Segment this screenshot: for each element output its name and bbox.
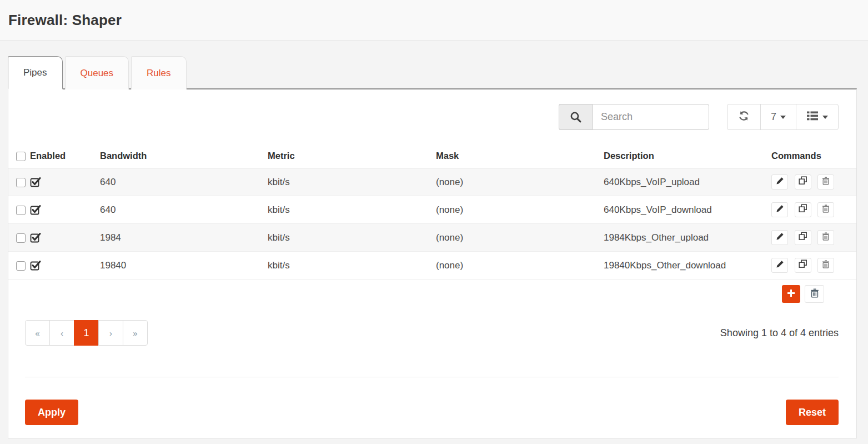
checked-checkbox-icon bbox=[30, 176, 42, 187]
header-metric: Metric bbox=[268, 144, 436, 168]
page-size-dropdown[interactable]: 7 bbox=[760, 104, 796, 129]
edit-button[interactable] bbox=[771, 202, 788, 217]
row-select-checkbox[interactable] bbox=[16, 206, 26, 215]
caret-down-icon bbox=[822, 116, 828, 119]
page-title: Firewall: Shaper bbox=[8, 12, 122, 29]
header-bandwidth: Bandwidth bbox=[100, 144, 268, 168]
tab-queues[interactable]: Queues bbox=[65, 56, 129, 89]
clone-button[interactable] bbox=[795, 258, 811, 273]
description-cell: 1984Kbps_Other_upload bbox=[604, 224, 771, 252]
tab-pipes[interactable]: Pipes bbox=[8, 56, 63, 89]
row-select-checkbox[interactable] bbox=[16, 261, 26, 271]
footer-actions: Apply Reset bbox=[8, 377, 856, 425]
table-body: 640 kbit/s (none) 640Kbps_VoIP_upload bbox=[8, 168, 856, 280]
page-last-button[interactable]: » bbox=[123, 320, 148, 346]
toolbar: 7 bbox=[8, 89, 856, 130]
clone-button[interactable] bbox=[795, 202, 811, 217]
pagination: « ‹ 1 › » bbox=[25, 320, 148, 346]
trash-icon bbox=[810, 288, 819, 300]
delete-button[interactable] bbox=[817, 230, 834, 245]
metric-cell: kbit/s bbox=[268, 196, 436, 224]
edit-pencil-icon bbox=[776, 232, 784, 243]
metric-cell: kbit/s bbox=[268, 224, 436, 252]
add-button[interactable] bbox=[782, 285, 800, 303]
metric-cell: kbit/s bbox=[268, 168, 436, 196]
bandwidth-cell: 640 bbox=[100, 196, 268, 224]
clone-button[interactable] bbox=[795, 174, 811, 189]
clone-icon bbox=[799, 232, 807, 243]
table-row[interactable]: 19840 kbit/s (none) 19840Kbps_Other_down… bbox=[8, 252, 856, 280]
search-input[interactable] bbox=[592, 104, 709, 130]
refresh-icon bbox=[737, 109, 750, 125]
header-commands: Commands bbox=[771, 144, 856, 168]
tab-rules[interactable]: Rules bbox=[131, 56, 186, 89]
page-1-button[interactable]: 1 bbox=[74, 320, 99, 346]
page-size-value: 7 bbox=[771, 111, 776, 123]
reset-button[interactable]: Reset bbox=[786, 400, 839, 425]
add-row bbox=[8, 280, 856, 303]
tab-bar: Pipes Queues Rules bbox=[8, 56, 857, 88]
refresh-button[interactable] bbox=[727, 104, 760, 129]
mask-cell: (none) bbox=[436, 224, 604, 252]
edit-pencil-icon bbox=[776, 177, 784, 188]
page-next-button[interactable]: › bbox=[98, 320, 123, 346]
header-enabled: Enabled bbox=[30, 144, 100, 168]
search-icon bbox=[559, 104, 592, 130]
description-cell: 640Kbps_VoIP_download bbox=[604, 196, 771, 224]
delete-button[interactable] bbox=[817, 174, 834, 189]
trash-icon bbox=[822, 177, 830, 188]
row-select-checkbox[interactable] bbox=[16, 178, 26, 187]
page-first-button[interactable]: « bbox=[25, 320, 50, 346]
trash-icon bbox=[822, 204, 830, 216]
column-selector-dropdown[interactable] bbox=[796, 104, 838, 129]
header-mask: Mask bbox=[436, 144, 604, 168]
row-select-checkbox[interactable] bbox=[16, 233, 26, 243]
table-header-row: Enabled Bandwidth Metric Mask Descriptio… bbox=[8, 144, 856, 168]
edit-pencil-icon bbox=[776, 260, 784, 271]
delete-selected-button[interactable] bbox=[805, 285, 824, 303]
checked-checkbox-icon bbox=[30, 232, 42, 242]
mask-cell: (none) bbox=[436, 168, 604, 196]
table-row[interactable]: 1984 kbit/s (none) 1984Kbps_Other_upload bbox=[8, 224, 856, 252]
table-row[interactable]: 640 kbit/s (none) 640Kbps_VoIP_upload bbox=[8, 168, 856, 196]
header-description: Description bbox=[604, 144, 771, 168]
search-group bbox=[559, 104, 709, 130]
apply-button[interactable]: Apply bbox=[25, 400, 78, 425]
caret-down-icon bbox=[780, 116, 786, 119]
mask-cell: (none) bbox=[436, 252, 604, 280]
plus-icon bbox=[787, 289, 795, 299]
content-panel: 7 bbox=[8, 88, 857, 438]
edit-button[interactable] bbox=[771, 230, 788, 245]
clone-icon bbox=[799, 260, 807, 271]
table-row[interactable]: 640 kbit/s (none) 640Kbps_VoIP_download bbox=[8, 196, 856, 224]
trash-icon bbox=[822, 260, 830, 271]
delete-button[interactable] bbox=[817, 258, 834, 273]
delete-button[interactable] bbox=[817, 202, 834, 217]
grid-options-group: 7 bbox=[727, 104, 839, 130]
bandwidth-cell: 1984 bbox=[100, 224, 268, 252]
bandwidth-cell: 19840 bbox=[100, 252, 268, 280]
select-all-checkbox[interactable] bbox=[16, 152, 26, 161]
page-prev-button[interactable]: ‹ bbox=[49, 320, 74, 346]
metric-cell: kbit/s bbox=[268, 252, 436, 280]
list-columns-icon bbox=[806, 111, 819, 124]
clone-button[interactable] bbox=[795, 230, 811, 245]
description-cell: 640Kbps_VoIP_upload bbox=[604, 168, 771, 196]
pagination-row: « ‹ 1 › » Showing 1 to 4 of 4 entries bbox=[8, 303, 856, 346]
bandwidth-cell: 640 bbox=[100, 168, 268, 196]
edit-button[interactable] bbox=[771, 174, 788, 189]
trash-icon bbox=[822, 232, 830, 243]
pipes-table: Enabled Bandwidth Metric Mask Descriptio… bbox=[8, 144, 856, 280]
clone-icon bbox=[799, 176, 807, 188]
entries-summary: Showing 1 to 4 of 4 entries bbox=[720, 327, 839, 339]
description-cell: 19840Kbps_Other_download bbox=[604, 252, 771, 280]
mask-cell: (none) bbox=[436, 196, 604, 224]
checked-checkbox-icon bbox=[30, 260, 42, 270]
checked-checkbox-icon bbox=[30, 204, 42, 214]
edit-button[interactable] bbox=[771, 258, 788, 273]
page-header: Firewall: Shaper bbox=[0, 0, 868, 41]
clone-icon bbox=[799, 204, 807, 216]
edit-pencil-icon bbox=[776, 204, 784, 216]
